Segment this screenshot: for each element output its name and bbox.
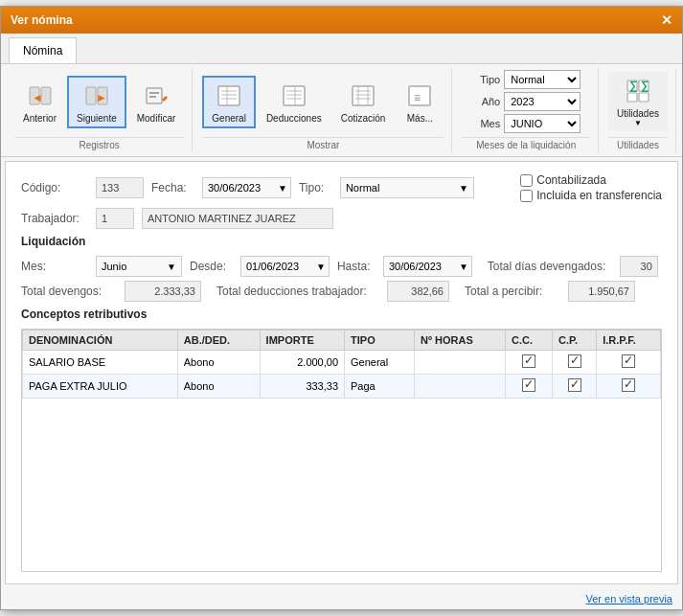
- main-window: Ver nómina ✕ Nómina ◄: [0, 6, 683, 610]
- svg-text:∑: ∑: [629, 79, 638, 92]
- svg-rect-3: [86, 87, 96, 104]
- tab-nomina[interactable]: Nómina: [9, 37, 77, 63]
- registros-buttons: ◄ Anterior ► Siguien: [14, 70, 184, 133]
- cotizacion-icon: [348, 80, 378, 111]
- hasta-input[interactable]: [384, 256, 456, 277]
- tipo-form-label: Tipo:: [299, 181, 332, 194]
- registros-group-label: Registros: [14, 137, 184, 150]
- fecha-input[interactable]: [203, 177, 275, 198]
- table-header-row: DENOMINACIÓN AB./DED. IMPORTE TIPO Nº HO…: [23, 331, 661, 351]
- col-ab-ded: AB./DED.: [177, 331, 260, 351]
- conceptos-section: Conceptos retributivos DENOMINACIÓN AB./…: [21, 308, 662, 572]
- deducciones-button[interactable]: Deducciones: [258, 77, 330, 127]
- mostrar-group-label: Mostrar: [202, 137, 444, 150]
- checkbox[interactable]: [568, 354, 581, 368]
- checkbox[interactable]: [622, 378, 635, 392]
- mas-icon: ≡: [404, 80, 435, 111]
- codigo-label: Código:: [21, 181, 88, 194]
- cotizacion-button[interactable]: Cotización: [332, 77, 395, 127]
- utilidades-buttons: ∑ ∑ Utilidades ▼: [608, 70, 668, 133]
- cell-n-horas: [415, 375, 506, 399]
- mes-label: Mes: [471, 118, 500, 129]
- meses-group-label: Meses de la liquidación: [462, 137, 590, 150]
- main-content: Código: Fecha: ▼ Tipo: ▼ Contabilizada I…: [5, 161, 678, 584]
- contabilizada-checkbox[interactable]: [520, 174, 533, 187]
- table-empty-space: [22, 399, 661, 571]
- siguiente-button[interactable]: ► Siguiente: [67, 76, 126, 128]
- checkbox[interactable]: [522, 378, 535, 392]
- svg-text:≡: ≡: [414, 91, 421, 104]
- liquidacion-row2: Total devengos: Total deducciones trabaj…: [21, 281, 662, 302]
- col-tipo: TIPO: [345, 331, 415, 351]
- mes-form-label: Mes:: [21, 260, 88, 273]
- deducciones-icon: [279, 80, 309, 111]
- anterior-button[interactable]: ◄ Anterior: [14, 77, 65, 127]
- svg-text:►: ►: [96, 91, 107, 104]
- col-denominacion: DENOMINACIÓN: [23, 331, 178, 351]
- total-devengos-input: [125, 281, 201, 302]
- anio-select[interactable]: 2023: [504, 92, 581, 111]
- col-n-horas: Nº HORAS: [415, 331, 506, 351]
- contabilizada-checkbox-label[interactable]: Contabilizada: [520, 173, 662, 187]
- anterior-icon: ◄: [25, 80, 56, 111]
- fecha-dropdown[interactable]: ▼: [275, 183, 290, 194]
- tipo-form-dropdown[interactable]: ▼: [456, 183, 471, 194]
- svg-text:∑: ∑: [641, 79, 649, 92]
- cell-denominacion: PAGA EXTRA JULIO: [23, 375, 178, 399]
- ribbon-group-registros: ◄ Anterior ► Siguien: [7, 68, 193, 152]
- trabajador-num-input[interactable]: [96, 208, 134, 229]
- codigo-input[interactable]: [96, 177, 144, 198]
- tipo-select[interactable]: Normal: [504, 70, 581, 89]
- close-button[interactable]: ✕: [661, 12, 672, 28]
- tipo-form-input[interactable]: [341, 177, 456, 198]
- utilidades-button[interactable]: ∑ ∑ Utilidades ▼: [608, 72, 668, 131]
- hasta-label: Hasta:: [337, 260, 376, 273]
- cell-n-horas: [415, 351, 506, 375]
- mas-button[interactable]: ≡ Más...: [396, 77, 444, 127]
- ribbon-content: ◄ Anterior ► Siguien: [1, 64, 682, 156]
- checkbox[interactable]: [568, 378, 581, 392]
- hasta-dropdown[interactable]: ▼: [456, 262, 471, 272]
- total-percibir-input: [568, 281, 635, 302]
- svg-rect-30: [639, 93, 649, 102]
- col-cp: C.P.: [552, 331, 596, 351]
- cell-tipo: Paga: [345, 375, 415, 399]
- ribbon-tabs: Nómina: [1, 34, 682, 64]
- desde-input[interactable]: [241, 256, 313, 277]
- modificar-button[interactable]: Modificar: [128, 77, 185, 127]
- window-title: Ver nómina: [11, 13, 73, 27]
- desde-dropdown[interactable]: ▼: [313, 262, 329, 272]
- title-bar: Ver nómina ✕: [1, 7, 682, 34]
- mes-form-input[interactable]: [97, 256, 164, 277]
- mas-label: Más...: [407, 113, 433, 124]
- utilidades-label: Utilidades: [617, 108, 659, 119]
- liquidacion-section: Liquidación Mes: ▼ Desde: ▼ Hasta: ▼ Tot…: [21, 235, 662, 302]
- ribbon: ◄ Anterior ► Siguien: [1, 64, 682, 157]
- general-icon: [214, 80, 244, 111]
- utilidades-dropdown: ▼: [634, 119, 642, 127]
- meses-controls: Tipo Normal Año 2023 Mes: [471, 70, 581, 133]
- mes-row: Mes JUNIO: [471, 114, 581, 133]
- mes-form-dropdown[interactable]: ▼: [164, 262, 179, 272]
- incluida-checkbox[interactable]: [520, 190, 533, 202]
- anterior-label: Anterior: [23, 113, 57, 124]
- total-devengos-label: Total devengos:: [21, 285, 117, 298]
- mes-select[interactable]: JUNIO: [504, 114, 581, 133]
- cell-cp: [552, 375, 596, 399]
- general-button[interactable]: General: [202, 76, 256, 128]
- liquidacion-title: Liquidación: [21, 235, 662, 248]
- fecha-label: Fecha:: [151, 181, 194, 194]
- checkbox[interactable]: [622, 354, 635, 368]
- incluida-checkbox-label[interactable]: Incluida en transferencia: [520, 189, 662, 202]
- svg-rect-29: [627, 93, 637, 102]
- anio-label: Año: [471, 96, 500, 107]
- trabajador-name-input: [142, 208, 333, 229]
- modificar-icon: [141, 80, 171, 111]
- cell-importe: 2.000,00: [260, 351, 344, 375]
- codigo-row: Código: Fecha: ▼ Tipo: ▼ Contabilizada I…: [21, 173, 662, 202]
- cell-irpf: [597, 375, 661, 399]
- vista-previa-link[interactable]: Ver en vista previa: [586, 593, 673, 605]
- checkbox[interactable]: [522, 354, 535, 368]
- total-dias-label: Total días devengados:: [488, 260, 612, 273]
- trabajador-row: Trabajador:: [21, 208, 662, 229]
